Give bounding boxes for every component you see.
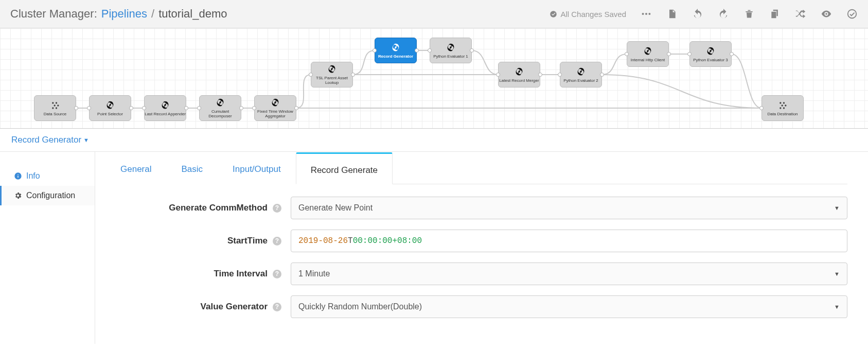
help-icon[interactable]: ?: [273, 237, 281, 246]
top-bar: Cluster Manager: Pipelines / tutorial_de…: [0, 0, 868, 28]
more-button[interactable]: [641, 8, 652, 20]
pipeline-node[interactable]: Point Selector: [89, 95, 131, 121]
svg-point-9: [780, 102, 781, 103]
pipeline-node[interactable]: Data Destination: [761, 95, 804, 121]
ellipsis-icon: [641, 8, 652, 20]
config-content: GeneralBasicInput/OutputRecord Generate …: [95, 152, 868, 344]
svg-point-12: [785, 104, 786, 106]
dots-icon: [49, 100, 61, 111]
pipeline-node[interactable]: Python Evaluator 3: [689, 41, 732, 67]
input-port[interactable]: [625, 52, 629, 56]
output-port[interactable]: [129, 106, 133, 110]
output-port[interactable]: [351, 73, 355, 77]
output-port[interactable]: [538, 73, 542, 77]
help-icon[interactable]: ?: [273, 270, 281, 278]
pipeline-canvas[interactable]: Data SourcePoint SelectorLast Record App…: [0, 28, 868, 129]
input-port[interactable]: [428, 48, 432, 52]
form-label: Generate CommMethod: [169, 203, 268, 213]
config-tab[interactable]: General: [105, 152, 166, 184]
input-port[interactable]: [142, 106, 146, 110]
side-tabs: Info Configuration: [0, 152, 95, 344]
delete-button[interactable]: [743, 8, 755, 20]
pipeline-node-label: Last Record Appender: [145, 112, 186, 117]
config-panel-body: Info Configuration GeneralBasicInput/Out…: [0, 152, 868, 344]
select-input[interactable]: Quickly Random Number(Double): [291, 295, 847, 318]
form-control: Generate New Point: [291, 197, 847, 219]
input-port[interactable]: [496, 73, 500, 77]
svg-point-11: [782, 104, 783, 106]
output-port[interactable]: [600, 73, 604, 77]
pipeline-node[interactable]: Last Record Appender: [144, 95, 186, 121]
input-port[interactable]: [373, 48, 377, 52]
pipeline-node[interactable]: Internal Http Client: [627, 41, 669, 67]
form-label-wrap: Time Interval?: [105, 269, 291, 279]
copy-button[interactable]: [769, 8, 781, 20]
pipeline-node[interactable]: Fixed Time Window Aggregator: [254, 95, 296, 121]
shuffle-button[interactable]: [795, 8, 806, 20]
breadcrumb-pipelines-link[interactable]: Pipelines: [101, 7, 147, 21]
side-tab-configuration[interactable]: Configuration: [0, 186, 95, 205]
output-port[interactable]: [730, 52, 734, 56]
config-tab[interactable]: Input/Output: [218, 152, 296, 184]
undo-button[interactable]: [692, 8, 703, 20]
input-port[interactable]: [558, 73, 562, 77]
input-port[interactable]: [687, 52, 692, 56]
swirl-icon: [642, 46, 653, 57]
config-tab[interactable]: Record Generate: [296, 152, 393, 184]
pipeline-node[interactable]: Python Evaluator 2: [560, 62, 602, 87]
pipeline-node[interactable]: Latest Record Merger: [498, 62, 540, 87]
output-port[interactable]: [294, 106, 298, 110]
pipeline-node-label: Python Evaluator 1: [433, 55, 468, 59]
swirl-icon: [160, 100, 171, 111]
timestamp-input[interactable]: 2019-08-26T00:00:00+08:00: [291, 230, 847, 252]
input-port[interactable]: [309, 73, 313, 77]
input-port[interactable]: [87, 106, 91, 110]
pipeline-node-label: Point Selector: [97, 112, 123, 117]
copy-icon: [770, 9, 780, 19]
form-label: Value Generator: [201, 302, 268, 312]
config-tab[interactable]: Basic: [166, 152, 218, 184]
form-row: StartTime?2019-08-26T00:00:00+08:00: [105, 230, 847, 252]
form-label-wrap: StartTime?: [105, 236, 291, 246]
breadcrumb-root: Cluster Manager:: [10, 7, 97, 21]
file-icon: [667, 9, 677, 19]
new-file-button[interactable]: [666, 8, 678, 20]
swirl-icon: [445, 42, 456, 54]
output-port[interactable]: [415, 48, 419, 52]
preview-button[interactable]: [821, 8, 832, 20]
toolbar: All Changes Saved: [550, 8, 858, 20]
pipeline-node-label: Internal Http Client: [631, 58, 665, 63]
help-icon[interactable]: ?: [273, 303, 281, 311]
output-port[interactable]: [184, 106, 188, 110]
select-input[interactable]: Generate New Point: [291, 197, 847, 219]
side-tab-info[interactable]: Info: [0, 166, 95, 186]
input-port[interactable]: [197, 106, 201, 110]
output-port[interactable]: [667, 52, 671, 56]
pipeline-node[interactable]: Record Generator: [375, 38, 417, 63]
input-port[interactable]: [759, 106, 764, 110]
input-port[interactable]: [252, 106, 256, 110]
output-port[interactable]: [74, 106, 78, 110]
form-control: Quickly Random Number(Double): [291, 295, 847, 318]
pipeline-node[interactable]: TSL Parent Asset Lookup: [311, 62, 353, 87]
pipeline-node[interactable]: Cumulant Decomposer: [199, 95, 241, 121]
pipeline-node-label: Latest Record Merger: [499, 79, 539, 83]
svg-point-14: [783, 107, 785, 109]
select-input[interactable]: 1 Minute: [291, 262, 847, 285]
swirl-icon: [326, 64, 338, 75]
output-port[interactable]: [239, 106, 243, 110]
validate-button[interactable]: [846, 8, 858, 20]
form-control: 1 Minute: [291, 262, 847, 285]
svg-point-3: [52, 102, 54, 103]
help-icon[interactable]: ?: [273, 204, 281, 213]
pipeline-node[interactable]: Data Source: [34, 95, 76, 121]
svg-point-1: [645, 13, 647, 15]
selected-stage-dropdown[interactable]: Record Generator ▼: [11, 135, 89, 145]
trash-icon: [744, 9, 754, 19]
redo-button[interactable]: [718, 8, 729, 20]
svg-point-8: [56, 107, 57, 109]
pipeline-node[interactable]: Python Evaluator 1: [430, 38, 472, 63]
output-port[interactable]: [470, 48, 474, 52]
horizontal-tabs: GeneralBasicInput/OutputRecord Generate: [105, 152, 847, 184]
info-icon: [14, 172, 22, 180]
